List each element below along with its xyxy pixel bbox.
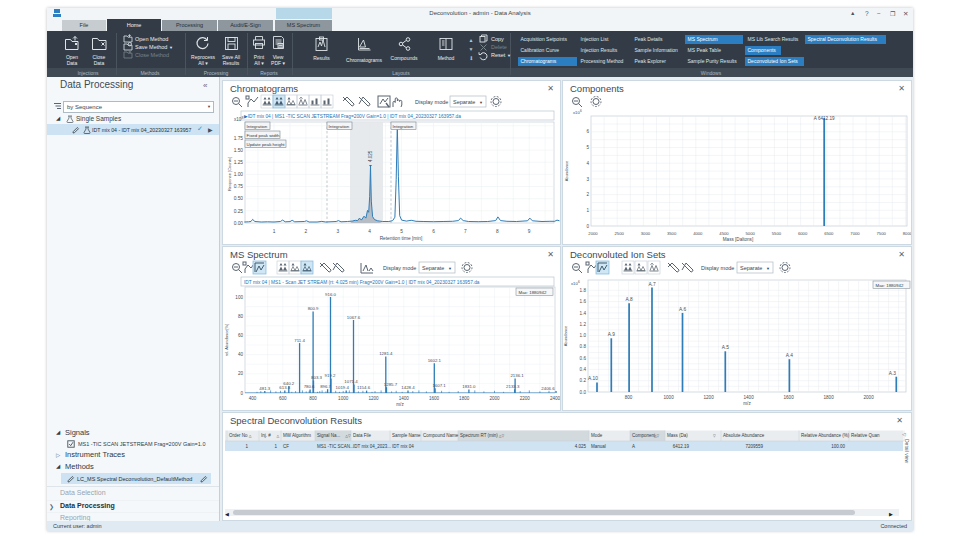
svg-text:1200: 1200: [703, 395, 714, 400]
svg-text:A.5: A.5: [722, 345, 730, 350]
svg-text:1000: 1000: [663, 395, 674, 400]
svg-text:Display mode: Display mode: [383, 265, 416, 271]
svg-text:8: 8: [242, 116, 244, 120]
svg-text:0.4: 0.4: [580, 367, 587, 372]
svg-text:△▽: △▽: [499, 434, 505, 438]
svg-text:1281.4: 1281.4: [379, 351, 393, 356]
svg-text:Order No: Order No: [229, 433, 248, 438]
svg-text:Relative Abundance (%): Relative Abundance (%): [801, 433, 850, 438]
svg-text:Integration: Integration: [393, 124, 414, 129]
svg-text:7209559: 7209559: [745, 444, 763, 449]
svg-text:Separate: Separate: [740, 265, 762, 271]
svg-text:Max: 1880942: Max: 1880942: [519, 290, 547, 295]
svg-text:4.025: 4.025: [575, 444, 587, 449]
svg-text:Manual: Manual: [591, 444, 606, 449]
svg-text:A.6: A.6: [679, 307, 687, 312]
svg-text:1.4: 1.4: [580, 311, 587, 316]
svg-text:0: 0: [586, 224, 589, 229]
svg-text:800: 800: [309, 396, 317, 401]
svg-text:6000: 6000: [798, 231, 808, 236]
svg-text:8: 8: [496, 229, 499, 234]
svg-text:20: 20: [238, 371, 244, 376]
svg-text:IDT mix 04: IDT mix 04: [392, 444, 414, 449]
svg-text:2136.1: 2136.1: [510, 373, 524, 378]
svg-text:A.9: A.9: [608, 332, 616, 337]
svg-text:400: 400: [249, 396, 257, 401]
svg-text:Display mode: Display mode: [701, 265, 734, 271]
svg-text:△▽: △▽: [654, 434, 660, 438]
svg-text:A.10: A.10: [588, 376, 598, 381]
svg-text:Response [Counts]: Response [Counts]: [227, 157, 232, 191]
svg-text:7000: 7000: [850, 231, 860, 236]
svg-text:4: 4: [586, 161, 589, 166]
svg-text:2: 2: [586, 192, 589, 197]
svg-text:Mass (Da): Mass (Da): [667, 433, 688, 438]
svg-text:0.75: 0.75: [234, 184, 244, 189]
svg-text:Component: Component: [632, 433, 656, 438]
svg-text:Data File: Data File: [353, 433, 372, 438]
svg-text:△: △: [277, 434, 280, 438]
svg-text:6: 6: [580, 109, 582, 113]
svg-text:Spectrum RT (min): Spectrum RT (min): [460, 433, 498, 438]
svg-text:5: 5: [586, 145, 589, 150]
svg-text:780.6: 780.6: [304, 384, 315, 389]
svg-text:6: 6: [432, 229, 435, 234]
svg-text:Relative Quan: Relative Quan: [851, 433, 880, 438]
svg-text:1.75: 1.75: [234, 136, 244, 141]
svg-text:4500: 4500: [719, 231, 729, 236]
svg-text:Signal Na...: Signal Na...: [317, 433, 340, 438]
svg-text:1: 1: [273, 229, 276, 234]
svg-text:600: 600: [279, 396, 287, 401]
svg-text:A.8: A.8: [625, 297, 633, 302]
svg-text:0.0: 0.0: [580, 390, 587, 395]
svg-text:1200: 1200: [368, 396, 379, 401]
svg-text:1285.7: 1285.7: [384, 382, 398, 387]
svg-text:1.2: 1.2: [580, 322, 587, 327]
svg-text:6500: 6500: [824, 231, 834, 236]
svg-text:▶IDT mix 04 | MS1 -TIC SCAN J: ▶IDT mix 04 | MS1 -TIC SCAN JETSTREAM Fr…: [244, 114, 461, 119]
svg-text:Sample Name: Sample Name: [392, 433, 421, 438]
svg-text:◀: ◀: [225, 511, 229, 517]
svg-text:100.00: 100.00: [831, 444, 845, 449]
svg-text:2500: 2500: [615, 231, 625, 236]
svg-text:60: 60: [238, 333, 244, 338]
svg-text:1.8: 1.8: [580, 288, 587, 293]
svg-text:Abundance: Abundance: [564, 160, 569, 181]
svg-text:rel. Abundance[%]: rel. Abundance[%]: [224, 324, 229, 356]
svg-text:4.025: 4.025: [368, 150, 373, 162]
svg-text:1071.4: 1071.4: [344, 379, 358, 384]
svg-text:7500: 7500: [877, 231, 887, 236]
svg-text:△▽: △▽: [345, 434, 351, 438]
svg-text:Absolute Abundance: Absolute Abundance: [723, 433, 765, 438]
svg-text:1067.6: 1067.6: [347, 315, 361, 320]
svg-text:Compound Name: Compound Name: [423, 433, 459, 438]
svg-text:0.25: 0.25: [234, 209, 244, 214]
svg-text:A.7: A.7: [648, 282, 656, 287]
svg-text:Display mode: Display mode: [415, 99, 448, 105]
svg-text:▼: ▼: [479, 100, 483, 105]
svg-text:3500: 3500: [667, 231, 677, 236]
svg-text:800.9: 800.9: [308, 306, 319, 311]
svg-text:4: 4: [368, 229, 371, 234]
svg-text:803.3: 803.3: [311, 375, 322, 380]
svg-text:IDT mix 04_2023...: IDT mix 04_2023...: [353, 444, 391, 449]
svg-text:Mode: Mode: [591, 433, 603, 438]
svg-text:2400: 2400: [550, 396, 560, 401]
svg-text:6412.19: 6412.19: [673, 444, 690, 449]
svg-text:CF: CF: [283, 444, 289, 449]
svg-text:1800: 1800: [459, 396, 470, 401]
svg-text:1428.4: 1428.4: [401, 385, 415, 390]
svg-text:4000: 4000: [693, 231, 703, 236]
svg-text:▼: ▼: [448, 266, 452, 271]
svg-text:Fixed peak width: Fixed peak width: [247, 133, 281, 138]
svg-text:1000: 1000: [338, 396, 349, 401]
svg-text:0: 0: [240, 391, 243, 396]
svg-text:A 6412.19: A 6412.19: [814, 116, 835, 121]
svg-text:5: 5: [400, 229, 403, 234]
svg-text:2133.3: 2133.3: [506, 384, 520, 389]
svg-text:6: 6: [578, 280, 580, 284]
svg-text:MW Algorithm: MW Algorithm: [283, 433, 311, 438]
svg-text:0.50: 0.50: [234, 196, 244, 201]
svg-text:896.7: 896.7: [320, 384, 331, 389]
svg-text:Abundance: Abundance: [563, 325, 568, 346]
